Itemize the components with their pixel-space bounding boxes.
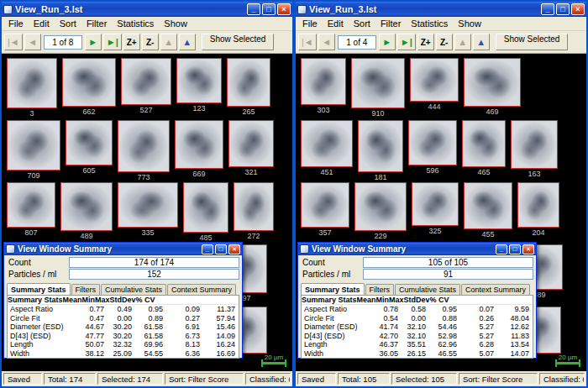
particle-image[interactable]	[175, 120, 223, 169]
summary-titlebar[interactable]: View Window Summary _ □ ×	[298, 243, 536, 255]
minimize-button[interactable]: _	[541, 3, 554, 15]
particle-thumbnail[interactable]: 444	[410, 58, 459, 111]
particle-thumbnail[interactable]: 709	[7, 120, 60, 180]
particle-image[interactable]	[462, 120, 506, 167]
maximize-button[interactable]: □	[262, 3, 276, 15]
zoom-in-button[interactable]: Z+	[123, 34, 140, 50]
particle-image[interactable]	[62, 58, 116, 107]
particle-thumbnail[interactable]: 272	[234, 182, 274, 240]
particle-image[interactable]	[227, 58, 270, 107]
particle-image[interactable]	[351, 58, 405, 108]
menu-item[interactable]: Filter	[81, 18, 112, 29]
menu-item[interactable]: Show	[159, 18, 192, 29]
particle-image[interactable]	[176, 58, 222, 103]
menu-item[interactable]: Statistics	[406, 18, 453, 29]
particle-thumbnail[interactable]: 303	[301, 58, 346, 114]
particle-image[interactable]	[301, 58, 346, 105]
particle-image[interactable]	[464, 58, 521, 107]
menu-item[interactable]: Show	[453, 18, 486, 29]
move-up-button[interactable]: ▲	[179, 34, 196, 50]
maximize-button[interactable]: □	[215, 244, 227, 254]
minimize-button[interactable]: _	[496, 244, 507, 254]
particle-image[interactable]	[358, 120, 403, 172]
menu-item[interactable]: File	[3, 18, 29, 29]
particle-image[interactable]	[228, 120, 274, 167]
particle-thumbnail[interactable]: 229	[354, 182, 407, 240]
maximize-button[interactable]: □	[556, 3, 570, 15]
particle-image[interactable]	[410, 58, 459, 102]
move-up-button[interactable]: ▲	[473, 34, 490, 50]
menu-item[interactable]: Filter	[375, 18, 406, 29]
first-page-button[interactable]: |◄	[298, 34, 317, 50]
summary-tab[interactable]: Cumulative Stats	[101, 284, 166, 295]
page-indicator-input[interactable]	[44, 35, 82, 50]
particle-image[interactable]	[7, 120, 60, 170]
particle-image[interactable]	[412, 182, 459, 226]
particle-image[interactable]	[354, 182, 407, 231]
particle-image[interactable]	[301, 120, 353, 167]
particle-image[interactable]	[7, 182, 55, 228]
menu-item[interactable]: Sort	[349, 18, 375, 29]
particle-thumbnail[interactable]: 469	[464, 58, 521, 116]
zoom-in-button[interactable]: Z+	[417, 34, 434, 50]
particle-thumbnail[interactable]: 485	[183, 182, 228, 242]
first-page-button[interactable]: |◄	[4, 34, 23, 50]
particle-thumbnail[interactable]: 265	[227, 58, 270, 116]
summary-tab[interactable]: Context Summary	[461, 284, 530, 295]
particle-thumbnail[interactable]: 325	[412, 182, 459, 235]
particle-thumbnail[interactable]: 669	[175, 120, 223, 178]
particle-image[interactable]	[118, 182, 178, 228]
last-page-button[interactable]: ►|	[397, 34, 416, 50]
particle-image[interactable]	[60, 182, 113, 231]
particle-image[interactable]	[183, 182, 228, 233]
close-button[interactable]: ×	[522, 244, 534, 254]
next-page-button[interactable]: ►	[379, 34, 396, 50]
particle-thumbnail[interactable]: 596	[408, 120, 457, 175]
summary-tab[interactable]: Summary Stats	[301, 283, 365, 295]
show-selected-button[interactable]: Show Selected	[202, 34, 275, 50]
particle-thumbnail[interactable]: 465	[462, 120, 506, 176]
minimize-button[interactable]: _	[202, 244, 213, 254]
particle-thumbnail[interactable]: 123	[176, 58, 222, 113]
particle-thumbnail[interactable]: 451	[301, 120, 353, 176]
summary-titlebar[interactable]: View Window Summary _ □ ×	[4, 243, 242, 255]
particle-image[interactable]	[464, 182, 512, 229]
window-titlebar[interactable]: View_Run_3.lst _ □ ×	[2, 2, 292, 17]
particle-thumbnail[interactable]: 335	[118, 182, 178, 237]
close-button[interactable]: ×	[571, 3, 585, 15]
disabled-tool-button[interactable]: ▲	[160, 34, 177, 50]
particle-image[interactable]	[7, 58, 57, 108]
particle-thumbnail[interactable]: 3	[7, 58, 57, 118]
particle-image[interactable]	[301, 182, 349, 228]
window-titlebar[interactable]: View_Run_3.lst _ □ ×	[296, 2, 586, 17]
page-indicator-input[interactable]	[338, 35, 376, 50]
particle-image[interactable]	[408, 120, 457, 165]
menu-item[interactable]: Edit	[29, 18, 55, 29]
summary-tab[interactable]: Summary Stats	[7, 283, 71, 295]
summary-tab[interactable]: Filters	[71, 284, 101, 295]
disabled-tool-button[interactable]: ▲	[454, 34, 471, 50]
particle-thumbnail[interactable]: 773	[118, 120, 170, 181]
particle-thumbnail[interactable]: 807	[7, 182, 55, 237]
zoom-out-button[interactable]: Z-	[142, 34, 159, 50]
summary-tab[interactable]: Filters	[365, 284, 395, 295]
particle-thumbnail[interactable]: 163	[511, 120, 558, 178]
particle-image[interactable]	[121, 58, 171, 105]
menu-item[interactable]: Sort	[55, 18, 81, 29]
summary-tab[interactable]: Context Summary	[167, 284, 236, 295]
next-page-button[interactable]: ►	[85, 34, 102, 50]
particle-image[interactable]	[511, 120, 558, 169]
minimize-button[interactable]: _	[247, 3, 260, 15]
particle-image[interactable]	[517, 182, 559, 228]
zoom-out-button[interactable]: Z-	[436, 34, 453, 50]
particle-image[interactable]	[118, 120, 170, 172]
particle-thumbnail[interactable]: 605	[66, 120, 113, 175]
particle-thumbnail[interactable]: 489	[60, 182, 113, 240]
particle-thumbnail[interactable]: 204	[517, 182, 559, 237]
menu-item[interactable]: Statistics	[112, 18, 159, 29]
particle-thumbnail[interactable]: 910	[351, 58, 405, 118]
maximize-button[interactable]: □	[509, 244, 521, 254]
particle-thumbnail[interactable]: 662	[62, 58, 116, 116]
last-page-button[interactable]: ►|	[103, 34, 122, 50]
close-button[interactable]: ×	[277, 3, 291, 15]
